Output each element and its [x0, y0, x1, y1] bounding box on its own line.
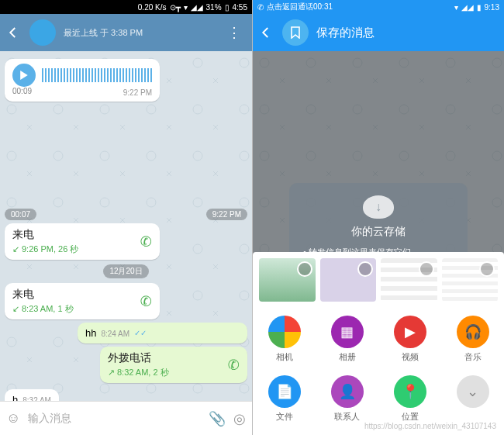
voice-message[interactable]: 00:09 9:22 PM: [5, 59, 160, 102]
chat-header: 最近上线 于 3:38 PM ⋮: [0, 14, 252, 51]
header-title-col[interactable]: 最近上线 于 3:38 PM: [64, 27, 215, 39]
thumbnail[interactable]: [259, 258, 316, 302]
call-meta: ↙8:23 AM, 1 秒: [12, 303, 74, 315]
chat-header: 保存的消息: [253, 14, 504, 51]
play-icon[interactable]: [12, 64, 36, 87]
bookmark-avatar[interactable]: [282, 19, 309, 46]
msg-text: hh: [85, 327, 96, 339]
call-title: 来电: [12, 228, 78, 242]
camera-icon: [268, 316, 301, 348]
action-location[interactable]: 📍位置: [378, 369, 441, 429]
time-chips: 00:07 9:22 PM: [5, 209, 247, 220]
battery-text: 31%: [206, 3, 222, 12]
phone-icon[interactable]: ✆: [139, 232, 154, 250]
battery-icon: ▯: [225, 3, 230, 12]
compose-bar: ☺ 输入消息 📎 ◎: [0, 401, 252, 435]
page-title: 保存的消息: [316, 26, 498, 40]
callbar-text: 点击返回通话00:31: [267, 2, 333, 12]
avatar[interactable]: [29, 19, 56, 46]
more-menu[interactable]: ⋮: [223, 24, 246, 41]
call-title: 外拨电话: [108, 351, 169, 365]
action-grid: 相机 ▦相册 ▶视频 🎧音乐 📄文件 👤联系人 📍位置 ⌄: [253, 309, 504, 429]
select-circle[interactable]: [297, 261, 312, 277]
select-circle[interactable]: [419, 261, 434, 277]
out-message-1[interactable]: hh 8:24 AM ✓✓: [78, 323, 247, 344]
file-icon: 📄: [268, 375, 301, 408]
attachment-sheet: 相机 ▦相册 ▶视频 🎧音乐 📄文件 👤联系人 📍位置 ⌄: [253, 252, 504, 435]
date-chip: 12月20日: [103, 264, 148, 278]
select-circle[interactable]: [357, 261, 373, 277]
phone-right: ✆ 点击返回通话00:31 ▾ ◢◢ ▮ 9:13 保存的消息 你的云存储 • …: [252, 0, 504, 435]
voice-time: 9:22 PM: [123, 88, 152, 97]
sticker-icon[interactable]: ☺: [6, 410, 20, 426]
incoming-call-1[interactable]: 来电 ↙9:26 PM, 26 秒 ✆: [5, 223, 160, 260]
vpn-icon: ⊙┳: [170, 3, 181, 12]
watermark: https://blog.csdn.net/weixin_43107143: [364, 422, 496, 430]
signal-icon: ◢◢: [461, 3, 474, 12]
back-button[interactable]: [259, 25, 274, 40]
signal-icon: ◢◢: [191, 3, 203, 12]
outgoing-call[interactable]: 外拨电话 ↗8:32 AM, 2 秒 ✆: [100, 347, 247, 383]
thumbnail[interactable]: [381, 258, 437, 302]
clock: 9:13: [485, 3, 499, 12]
phone-icon[interactable]: ✆: [226, 355, 241, 374]
chat-area: 你的云存储 • 转发信息到这里来保存它们 • 发送媒体和文件来存储它们 • 在任…: [253, 51, 504, 435]
action-camera[interactable]: 相机: [253, 309, 316, 369]
call-meta: ↙9:26 PM, 26 秒: [12, 243, 78, 255]
thumbnail[interactable]: [442, 258, 499, 302]
action-file[interactable]: 📄文件: [253, 369, 316, 429]
msg-text: h: [12, 394, 18, 401]
call-title: 来电: [12, 288, 74, 302]
status-bar: 0.20 K/s ⊙┳ ▾ ◢◢ 31% ▯ 4:55: [0, 0, 252, 14]
recent-thumbnails: [253, 258, 504, 302]
phone-icon: ✆: [257, 3, 264, 12]
wifi-icon: ▾: [184, 3, 188, 12]
header-title-col[interactable]: 保存的消息: [316, 26, 498, 40]
call-meta: ↗8:32 AM, 2 秒: [108, 367, 169, 378]
action-collapse[interactable]: ⌄: [441, 369, 504, 429]
waveform: [42, 68, 152, 82]
thumbnail[interactable]: [320, 258, 377, 302]
clock: 4:55: [233, 3, 247, 12]
phone-left: 0.20 K/s ⊙┳ ▾ ◢◢ 31% ▯ 4:55 最近上线 于 3:38 …: [0, 0, 252, 435]
message-input[interactable]: 输入消息: [28, 412, 201, 426]
camera-icon[interactable]: ◎: [233, 410, 246, 427]
back-button[interactable]: [6, 25, 22, 40]
action-gallery[interactable]: ▦相册: [316, 309, 378, 369]
action-music[interactable]: 🎧音乐: [441, 309, 504, 369]
wifi-icon: ▾: [454, 3, 458, 12]
last-seen: 最近上线 于 3:38 PM: [64, 27, 215, 39]
music-icon: 🎧: [457, 316, 489, 348]
gallery-icon: ▦: [331, 316, 364, 348]
net-speed: 0.20 K/s: [138, 3, 167, 12]
chevron-down-icon: ⌄: [457, 375, 489, 408]
return-to-call-bar[interactable]: ✆ 点击返回通话00:31 ▾ ◢◢ ▮ 9:13: [253, 0, 504, 14]
contact-icon: 👤: [331, 375, 364, 408]
chip-right: 9:22 PM: [206, 209, 247, 220]
attach-icon[interactable]: 📎: [209, 410, 226, 427]
msg-time: 8:32 AM: [22, 396, 51, 401]
action-video[interactable]: ▶视频: [378, 309, 441, 369]
in-message[interactable]: h 8:32 AM: [5, 389, 59, 401]
voice-duration: 00:09: [12, 87, 32, 97]
chat-area[interactable]: 00:09 9:22 PM 00:07 9:22 PM 来电 ↙9:26 PM,…: [0, 51, 252, 401]
chip-left: 00:07: [5, 209, 36, 220]
phone-icon[interactable]: ✆: [139, 292, 154, 310]
action-contact[interactable]: 👤联系人: [316, 369, 378, 429]
read-checks-icon: ✓✓: [134, 329, 147, 337]
msg-time: 8:24 AM: [101, 330, 129, 338]
battery-icon: ▮: [477, 3, 482, 12]
location-icon: 📍: [394, 375, 426, 408]
incoming-call-2[interactable]: 来电 ↙8:23 AM, 1 秒 ✆: [5, 283, 160, 319]
select-circle[interactable]: [479, 261, 495, 277]
video-icon: ▶: [394, 316, 426, 348]
cloud-title: 你的云存储: [303, 225, 454, 239]
cloud-icon: [363, 195, 394, 219]
